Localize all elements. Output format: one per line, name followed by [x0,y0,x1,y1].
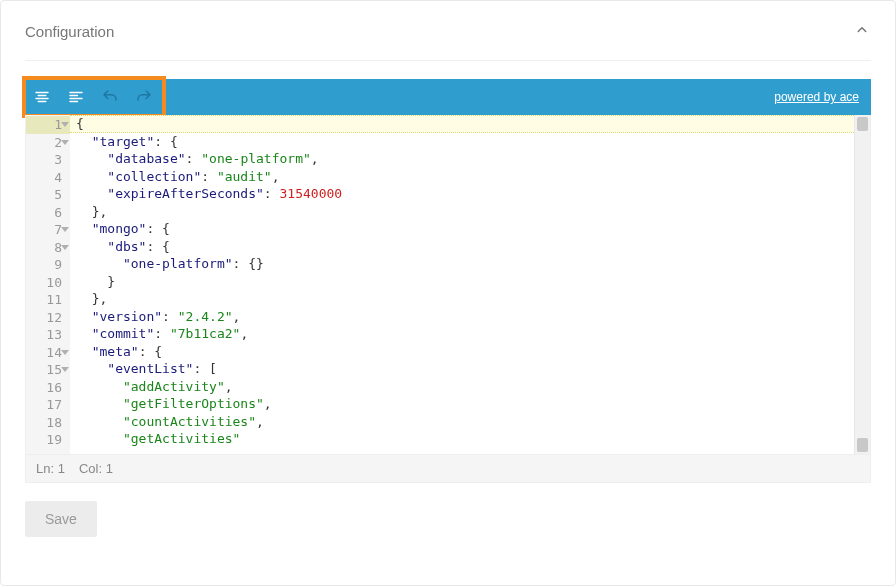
code-line[interactable]: "database": "one-platform", [76,150,854,168]
code-line[interactable]: }, [76,203,854,221]
scroll-down-icon [857,438,868,452]
code-line[interactable]: }, [76,290,854,308]
gutter-line[interactable]: 7 [26,221,70,239]
code-line[interactable]: "meta": { [76,343,854,361]
code-line[interactable]: "one-platform": {} [76,255,854,273]
gutter-line[interactable]: 9 [26,256,70,274]
editor-toolbar: powered by ace [25,79,871,115]
align-left-icon [67,88,85,106]
ln-label: Ln: [36,461,54,476]
code-line[interactable]: { [76,115,854,133]
gutter-line[interactable]: 11 [26,291,70,309]
code-line[interactable]: "version": "2.4.2", [76,308,854,326]
code-line[interactable]: "expireAfterSeconds": 31540000 [76,185,854,203]
editor-statusbar: Ln: 1 Col: 1 [25,455,871,483]
ln-value: 1 [58,461,65,476]
toolbar-left-group [25,79,161,115]
status-line: Ln: 1 [36,461,65,476]
col-label: Col: [79,461,102,476]
code-area[interactable]: { "target": { "database": "one-platform"… [70,115,854,454]
code-line[interactable]: "commit": "7b11ca2", [76,325,854,343]
chevron-up-icon [853,21,871,39]
code-line[interactable]: "target": { [76,133,854,151]
gutter-line[interactable]: 19 [26,431,70,449]
code-line[interactable]: "countActivities", [76,413,854,431]
scroll-up-icon [857,117,868,131]
gutter-line[interactable]: 15 [26,361,70,379]
gutter-line[interactable]: 6 [26,204,70,222]
gutter-line[interactable]: 2 [26,134,70,152]
gutter-line[interactable]: 17 [26,396,70,414]
gutter-line[interactable]: 4 [26,169,70,187]
collapse-toggle[interactable] [853,21,871,42]
card-header: Configuration [25,21,871,61]
gutter-line[interactable]: 13 [26,326,70,344]
gutter-line[interactable]: 1 [26,116,70,134]
gutter-line[interactable]: 5 [26,186,70,204]
undo-button[interactable] [93,79,127,115]
code-line[interactable]: "getFilterOptions", [76,395,854,413]
format-indent-button[interactable] [25,79,59,115]
gutter-line[interactable]: 8 [26,239,70,257]
align-center-icon [33,88,51,106]
gutter-line[interactable]: 16 [26,379,70,397]
status-col: Col: 1 [79,461,113,476]
code-editor[interactable]: 12345678910111213141516171819 { "target"… [25,115,871,455]
code-line[interactable]: "mongo": { [76,220,854,238]
redo-button[interactable] [127,79,161,115]
code-line[interactable]: } [76,273,854,291]
code-line[interactable]: "collection": "audit", [76,168,854,186]
gutter-line[interactable]: 18 [26,414,70,432]
col-value: 1 [106,461,113,476]
gutter-line[interactable]: 12 [26,309,70,327]
code-line[interactable]: "eventList": [ [76,360,854,378]
gutter-line[interactable]: 3 [26,151,70,169]
redo-icon [135,88,153,106]
format-compact-button[interactable] [59,79,93,115]
line-gutter: 12345678910111213141516171819 [26,115,70,454]
undo-icon [101,88,119,106]
card-title: Configuration [25,23,114,40]
save-button[interactable]: Save [25,501,97,537]
code-line[interactable]: "dbs": { [76,238,854,256]
code-line[interactable]: "addActivity", [76,378,854,396]
configuration-card: Configuration [0,0,896,586]
powered-by-link[interactable]: powered by ace [774,90,871,104]
code-line[interactable]: "getActivities" [76,430,854,448]
gutter-line[interactable]: 14 [26,344,70,362]
gutter-line[interactable]: 10 [26,274,70,292]
vertical-scrollbar[interactable] [854,115,870,454]
